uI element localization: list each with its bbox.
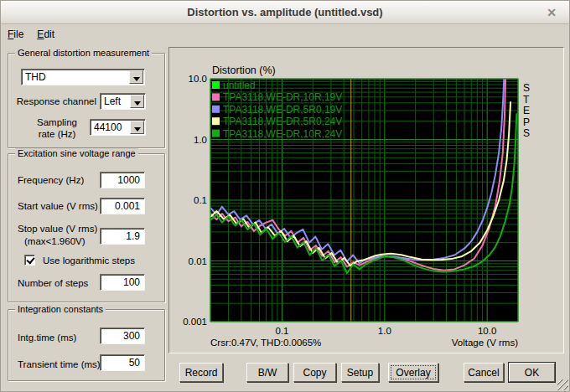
chevron-down-icon[interactable] [130,95,144,108]
start-value-input[interactable]: 0.001 [100,198,145,214]
x-tick-label: 10.0 [478,326,496,336]
number-of-steps-label: Number of steps [18,278,88,288]
start-value-label: Start value (V rms) [18,201,98,211]
y-tick-label: 10.0 [189,74,207,84]
stop-value-sublabel: (max<1.960V) [24,236,86,246]
menu-bar: FileEdit [1,25,569,44]
response-channel-value: Left [104,95,121,107]
chevron-down-icon[interactable] [129,70,143,84]
log-steps-label: Use logarithmic steps [43,255,135,266]
legend-label-2: TPA3118,WE-DR,5R0,19V [223,104,342,116]
window-title: Distortion vs. amplitude (untitled.vsd) [1,6,569,18]
frequency-label: Frequency (Hz) [18,175,84,185]
record-button[interactable]: Record [179,363,223,382]
ok-button[interactable]: OK [509,363,555,382]
legend-swatch-0 [212,81,220,89]
distortion-chart[interactable]: untitledTPA3118,WE-DR,10R,19VTPA3118,WE-… [169,48,563,353]
overlay-button[interactable]: Overlay [388,363,438,382]
steps-side-label: T [523,94,530,106]
y-tick-label: 0.001 [183,317,207,327]
x-tick-label: 1.0 [378,326,391,336]
sampling-rate-label-line2: rate (Hz) [33,129,81,139]
legend-swatch-4 [212,130,220,137]
stop-value-label: Stop value (V rms) [18,224,97,234]
log-steps-checkbox[interactable] [24,255,35,266]
title-bar[interactable]: Distortion vs. amplitude (untitled.vsd) … [1,1,569,24]
measurement-type-value: THD [25,71,46,83]
chart-panel: untitledTPA3118,WE-DR,10R,19VTPA3118,WE-… [168,47,564,353]
stop-value-input[interactable]: 1.9 [100,228,145,245]
steps-side-label: E [523,105,530,116]
cancel-button[interactable]: Cancel [464,363,504,382]
legend-label-0: untitled [223,80,256,91]
legend-label-1: TPA3118,WE-DR,10R,19V [223,91,342,103]
setup-button[interactable]: Setup [341,363,379,382]
bw-button[interactable]: B/W [246,363,288,382]
measurement-type-select[interactable]: THD [21,69,145,85]
number-of-steps-input[interactable]: 100 [100,274,145,291]
legend-swatch-3 [212,117,220,125]
frequency-input[interactable]: 1000 [100,172,145,188]
group-integration-title: Integration constants [15,304,106,314]
close-icon[interactable]: ✕ [544,5,559,20]
transient-time-input[interactable]: 50 [100,354,145,371]
x-axis-label: Voltage (V rms) [452,338,518,348]
x-tick-label: 0.1 [276,326,289,336]
y-tick-label: 1.0 [194,135,207,145]
steps-side-label: S [523,82,530,94]
legend-swatch-1 [212,93,220,101]
chevron-down-icon[interactable] [130,121,144,134]
cursor-readout: Crsr:0.47V, THD:0.0065% [210,338,321,348]
y-tick-label: 0.1 [194,195,207,205]
response-channel-select[interactable]: Left [100,93,146,110]
legend-swatch-2 [212,106,220,113]
steps-side-label: S [523,127,530,139]
y-tick-label: 0.01 [189,256,207,266]
sampling-rate-select[interactable]: 44100 [90,119,146,136]
menu-item-edit[interactable]: Edit [30,25,61,40]
chart-title: Distortion (%) [212,64,276,76]
copy-button[interactable]: Copy [293,363,336,382]
legend-label-4: TPA3118,WE-DR,10R,24V [223,128,342,140]
sampling-rate-value: 44100 [94,121,122,133]
group-general-title: General distortion measurement [15,48,152,58]
sampling-rate-label-line1: Sampling [33,117,81,127]
response-channel-label: Response channel [13,96,96,106]
group-excitation-title: Excitation sine voltage range [15,148,138,158]
intg-time-label: Intg.time (ms) [18,333,76,343]
menu-item-file[interactable]: File [1,25,30,40]
legend-label-3: TPA3118,WE-DR,5R0,24V [223,116,342,127]
transient-time-label: Transient time (ms) [18,359,101,369]
intg-time-input[interactable]: 300 [100,328,145,344]
resize-grip[interactable] [557,379,568,390]
dialog-window: Distortion vs. amplitude (untitled.vsd) … [0,0,570,392]
steps-side-label: P [523,116,530,128]
